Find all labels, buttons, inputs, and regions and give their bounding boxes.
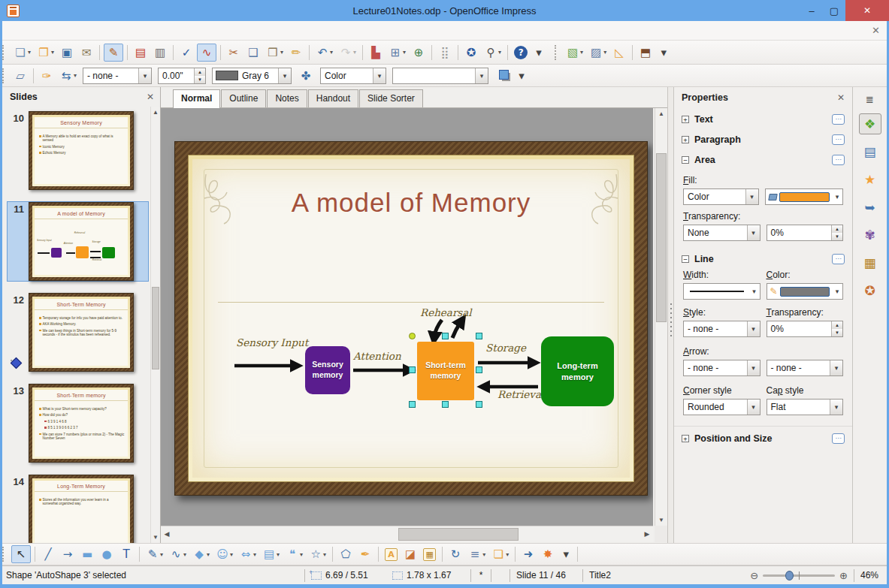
fill-color-picker[interactable]: ▾ [765, 188, 844, 205]
label-retrieval[interactable]: Retrieval [497, 388, 544, 400]
collapse-icon[interactable]: − [682, 156, 689, 164]
line-width-spinner[interactable]: 0.00" ▲▼ [158, 68, 206, 84]
dialog-launcher-icon[interactable]: ⋯ [832, 134, 845, 145]
panel-splitter[interactable] [667, 87, 674, 543]
tab-handout[interactable]: Handout [308, 89, 358, 107]
slide-thumbnail-row[interactable]: 14Long-Term MemoryStores all the informa… [7, 474, 149, 543]
label-attention[interactable]: Attention [353, 350, 401, 362]
cut-button[interactable]: ✂ [225, 44, 243, 61]
label-sensory-input[interactable]: Sensory Input [236, 336, 308, 348]
rotate-button[interactable]: ↻ [446, 546, 464, 562]
chevron-down-icon[interactable]: ▾ [749, 288, 760, 295]
diagram-box-sensory-memory[interactable]: Sensory memory [305, 346, 350, 394]
fill-style-button[interactable]: ✤ [297, 68, 315, 84]
scrollbar-thumb[interactable] [398, 528, 519, 541]
slide-thumbnail-row[interactable]: 10Sensory MemoryA Memory able to hold an… [7, 110, 149, 191]
toolbar-options-button[interactable]: ▾ [656, 45, 671, 60]
sidebar-tab-slide-transition[interactable]: ➥ [859, 197, 881, 218]
chart-button[interactable]: ▙ [367, 44, 385, 61]
dropdown-arrow-icon[interactable]: ▾ [51, 49, 54, 56]
scroll-down-icon[interactable]: ▼ [655, 514, 667, 526]
scrollbar-thumb[interactable] [656, 153, 667, 322]
menu-help[interactable] [101, 28, 113, 34]
horizontal-scrollbar[interactable]: ◀ ▶ [161, 526, 653, 542]
chevron-down-icon[interactable]: ▾ [747, 400, 760, 415]
format-paintbrush-button[interactable]: ✏ [287, 44, 305, 61]
zoom-track[interactable] [763, 574, 835, 577]
text-button[interactable]: T [117, 546, 135, 562]
diagram-box-short-term-memory[interactable]: Short-term memory [417, 342, 474, 400]
toolbar-grip[interactable] [2, 68, 8, 83]
slide-thumbnail-row[interactable]: 11A model of MemoryRehearsalSensory Inpu… [7, 201, 149, 282]
expand-icon[interactable]: + [682, 116, 689, 123]
collapse-icon[interactable]: − [682, 255, 689, 263]
scrollbar-thumb[interactable] [152, 287, 159, 369]
dropdown-arrow-icon[interactable]: ▾ [253, 551, 256, 558]
maximize-button[interactable]: ▢ [823, 0, 845, 21]
sidebar-tab-sidebar-settings[interactable]: ≣ [859, 92, 881, 107]
chevron-down-icon[interactable]: ▾ [830, 400, 842, 415]
status-layout-name[interactable]: Title2 [583, 566, 744, 584]
shadow-button[interactable] [497, 68, 513, 83]
open-folder-button[interactable]: ❐▾ [35, 44, 56, 61]
selection-handle-bottom-left[interactable] [409, 401, 416, 408]
line-color-picker[interactable]: ✎ ▾ [767, 283, 844, 300]
arrow-styles-button[interactable]: ⇆▾ [57, 68, 79, 84]
sidebar-tab-navigator[interactable]: ✪ [859, 280, 881, 301]
fill-type-select[interactable]: Color ▾ [320, 68, 386, 84]
copy-button[interactable]: ❑ [244, 44, 262, 61]
menu-view[interactable] [29, 28, 41, 34]
line-style-select[interactable]: - none - ▾ [83, 68, 152, 84]
selection-handle-middle-left[interactable] [409, 366, 416, 373]
insert-picture-button[interactable]: ◪ [401, 546, 419, 562]
chevron-down-icon[interactable]: ▾ [373, 68, 386, 83]
chevron-down-icon[interactable]: ▾ [830, 360, 842, 375]
new-slide-button[interactable]: ▧▾ [564, 44, 585, 61]
menu-insert[interactable] [41, 28, 53, 34]
block-arrows-button[interactable]: ⇔▾ [237, 546, 259, 562]
fontwork-gallery-button[interactable]: A [383, 547, 400, 562]
close-document-icon[interactable]: ✕ [872, 25, 880, 36]
line-style-select[interactable]: - none - ▾ [683, 321, 760, 337]
help-button[interactable]: ? [512, 44, 530, 61]
toolbar-grip[interactable] [555, 45, 560, 60]
scroll-left-icon[interactable]: ◀ [161, 526, 173, 542]
corner-style-select[interactable]: Rounded ▾ [683, 399, 760, 415]
expand-icon[interactable]: + [682, 136, 689, 143]
menu-slide-show[interactable] [77, 28, 89, 34]
dialog-launcher-icon[interactable]: ⋯ [832, 155, 845, 165]
zoom-in-icon[interactable]: ⊕ [839, 570, 848, 581]
select-button[interactable]: ↖ [11, 545, 31, 563]
sidebar-tab-master-pages[interactable]: ▤ [859, 141, 881, 162]
slide-thumbnail[interactable]: Short-Term MemoryTemporary storage for i… [29, 293, 134, 372]
transparency-type-select[interactable]: None ▾ [683, 225, 760, 241]
dialog-launcher-icon[interactable]: ⋯ [832, 433, 845, 444]
navigator-button[interactable]: ✪ [462, 44, 480, 61]
dropdown-arrow-icon[interactable]: ▾ [230, 551, 233, 558]
dropdown-arrow-icon[interactable]: ▾ [280, 49, 283, 56]
chevron-down-icon[interactable]: ▾ [138, 68, 151, 83]
zoom-thumb-handle[interactable] [785, 571, 794, 580]
transparency-spinner[interactable]: 0% ▲▼ [767, 225, 844, 241]
dropdown-arrow-icon[interactable]: ▾ [160, 551, 163, 558]
rectangle-button[interactable]: ▬ [78, 546, 96, 562]
dropdown-arrow-icon[interactable]: ▾ [323, 551, 326, 558]
stars-button[interactable]: ☆▾ [307, 546, 328, 562]
close-icon[interactable]: ✕ [837, 92, 845, 103]
arrow-end-select[interactable]: - none - ▾ [767, 360, 844, 376]
table-button[interactable]: ⊞▾ [386, 44, 408, 61]
section-line[interactable]: − Line ⋯ [674, 250, 852, 268]
chevron-down-icon[interactable]: ▾ [747, 321, 760, 336]
spin-up-icon[interactable]: ▲ [195, 68, 205, 76]
arrow-button[interactable]: → [59, 546, 77, 562]
dialog-launcher-icon[interactable]: ⋯ [832, 114, 845, 125]
tab-notes[interactable]: Notes [267, 89, 307, 107]
dropdown-arrow-icon[interactable]: ▾ [74, 72, 77, 79]
interaction-button[interactable]: ➜ [519, 546, 537, 562]
line-transparency-spinner[interactable]: 0% ▲▼ [767, 321, 844, 337]
sidebar-tab-styles-and-formatting[interactable]: ✾ [859, 225, 881, 246]
slide-thumbnail[interactable]: Long-Term MemoryStores all the informati… [29, 475, 134, 543]
spellcheck-button[interactable]: ✓ [177, 44, 195, 61]
dropdown-arrow-icon[interactable]: ▾ [353, 49, 356, 56]
chevron-down-icon[interactable]: ▾ [832, 193, 842, 201]
